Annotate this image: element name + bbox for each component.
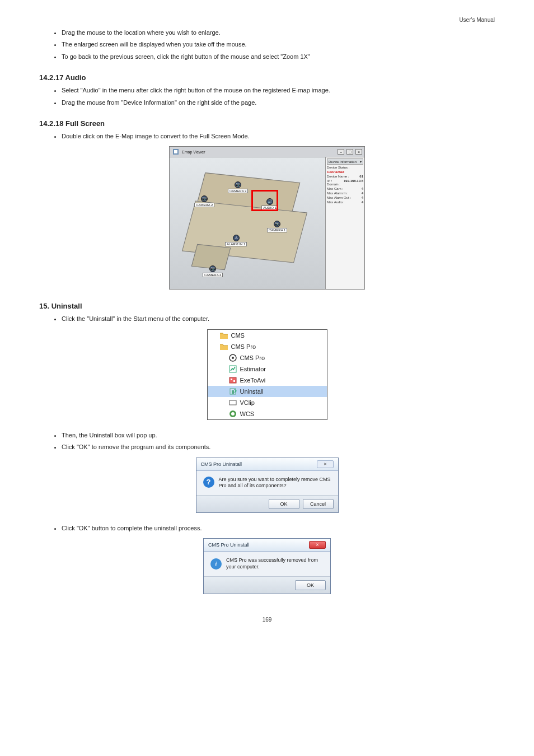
exetoavi-icon: [229, 376, 237, 384]
start-menu-programs: CMS CMS Pro CMS Pro Estimator ExeToAvi U…: [207, 329, 327, 420]
menu-item-uninstall[interactable]: Uninstall: [208, 386, 327, 397]
camera-icon: 📷: [209, 265, 216, 272]
close-button[interactable]: ✕: [317, 460, 334, 468]
bullets-uninstall-2: Then, the Uninstall box will pop up. Cli…: [62, 431, 495, 452]
dialog-message: Are you sure you want to completely remo…: [219, 477, 331, 489]
svg-rect-5: [229, 377, 236, 383]
folder-icon: [220, 343, 228, 351]
bullet: Then, the Uninstall box will pop up.: [62, 431, 495, 440]
svg-rect-9: [229, 400, 236, 405]
menu-item-wcs[interactable]: WCS: [208, 408, 327, 419]
menu-item-vclip[interactable]: VClip: [208, 397, 327, 408]
close-button[interactable]: ✕: [309, 541, 326, 549]
cancel-button[interactable]: Cancel: [303, 499, 334, 509]
camera-marker[interactable]: 📷 CAMERA 4: [203, 265, 223, 277]
app-icon: [172, 148, 180, 156]
emap-viewer-window: Emap Viewer – □ × 📷 CAMERA 2 📷: [169, 146, 365, 290]
info-icon: i: [210, 558, 222, 570]
estimator-icon: [229, 365, 237, 373]
emap-title-text: Emap Viewer: [182, 150, 205, 154]
menu-item-cmspro[interactable]: CMS Pro: [208, 352, 327, 363]
uninstall-confirm-dialog: CMS Pro Uninstall ✕ ? Are you sure you w…: [196, 458, 339, 513]
bullet: Double click on the E-Map image to conve…: [62, 132, 495, 141]
minimize-button[interactable]: –: [338, 149, 344, 155]
camera-icon: 📷: [235, 181, 241, 188]
pin-icon: ▾: [360, 160, 362, 164]
question-icon: ?: [203, 477, 214, 488]
menu-folder-cms[interactable]: CMS: [208, 330, 327, 341]
bullet: The enlarged screen will be displayed wh…: [62, 40, 495, 49]
camera-marker[interactable]: 📷 CAMERA 3: [228, 181, 248, 193]
bullet: Click the "Uninstall" in the Start menu …: [62, 315, 495, 323]
bullets-fullscreen: Double click on the E-Map image to conve…: [62, 132, 495, 141]
alarm-icon: ⚠: [233, 235, 240, 241]
dialog-titlebar[interactable]: CMS Pro Uninstall ✕: [204, 539, 330, 552]
bullet: Click "OK" button to complete the uninst…: [62, 524, 495, 533]
bullet: To go back to the previous screen, click…: [62, 53, 495, 61]
bullet: Click "OK" to remove the program and its…: [62, 443, 495, 451]
page-header: User's Manual: [39, 17, 495, 23]
ok-button[interactable]: OK: [269, 499, 299, 509]
bullets-uninstall-1: Click the "Uninstall" in the Start menu …: [62, 315, 495, 323]
menu-item-exetoavi[interactable]: ExeToAvi: [208, 375, 327, 386]
section-audio-title: 14.2.17 Audio: [39, 73, 495, 82]
bullet: Select "Audio" in the menu after click t…: [62, 86, 495, 95]
bullet: Drag the mouse to the location where you…: [62, 29, 495, 37]
svg-rect-1: [174, 150, 177, 153]
header-text: User's Manual: [459, 17, 495, 23]
uninstall-success-dialog: CMS Pro Uninstall ✕ i CMS Pro was succes…: [203, 538, 331, 594]
uninstall-icon: [229, 388, 237, 395]
bullets-uninstall-3: Click "OK" button to complete the uninst…: [62, 524, 495, 533]
device-info-tab[interactable]: Device Information ▾: [327, 158, 363, 165]
vclip-icon: [229, 399, 237, 407]
bullets-zoom: Drag the mouse to the location where you…: [62, 29, 495, 61]
svg-point-3: [232, 357, 234, 359]
camera-icon: 📷: [274, 221, 280, 227]
floorplan-canvas[interactable]: 📷 CAMERA 2 📷 CAMERA 3 🔊 AUDIO 1 📷 C: [170, 157, 325, 289]
menu-folder-cmspro[interactable]: CMS Pro: [208, 341, 327, 352]
status-value: Connected: [327, 170, 344, 174]
device-info-panel: Device Information ▾ Device Status : Con…: [325, 157, 364, 289]
maximize-button[interactable]: □: [346, 149, 353, 155]
bullet: Drag the mouse from "Device Information"…: [62, 99, 495, 107]
section-uninstall-title: 15. Uninstall: [39, 302, 495, 310]
close-button[interactable]: ×: [355, 149, 362, 155]
svg-point-11: [231, 412, 235, 416]
svg-rect-7: [233, 380, 235, 382]
svg-rect-6: [231, 379, 232, 380]
camera-marker[interactable]: 📷 CAMERA 2: [194, 195, 214, 207]
menu-item-estimator[interactable]: Estimator: [208, 363, 327, 375]
highlight-box: [251, 190, 278, 211]
page-number: 169: [39, 617, 495, 623]
camera-icon: 📷: [201, 195, 208, 202]
dialog-message: CMS Pro was successfully removed from yo…: [226, 557, 324, 570]
dialog-titlebar[interactable]: CMS Pro Uninstall ✕: [196, 458, 338, 471]
ok-button[interactable]: OK: [295, 580, 326, 590]
emap-titlebar[interactable]: Emap Viewer – □ ×: [170, 147, 364, 157]
alarm-marker[interactable]: ⚠ ALARM IN 1: [225, 235, 247, 246]
bullets-audio: Select "Audio" in the menu after click t…: [62, 86, 495, 107]
folder-icon: [220, 332, 228, 339]
section-fullscreen-title: 14.2.18 Full Screen: [39, 119, 495, 128]
camera-marker[interactable]: 📷 CAMERA 1: [267, 221, 287, 232]
wcs-icon: [229, 410, 237, 418]
cmspro-icon: [229, 354, 237, 362]
